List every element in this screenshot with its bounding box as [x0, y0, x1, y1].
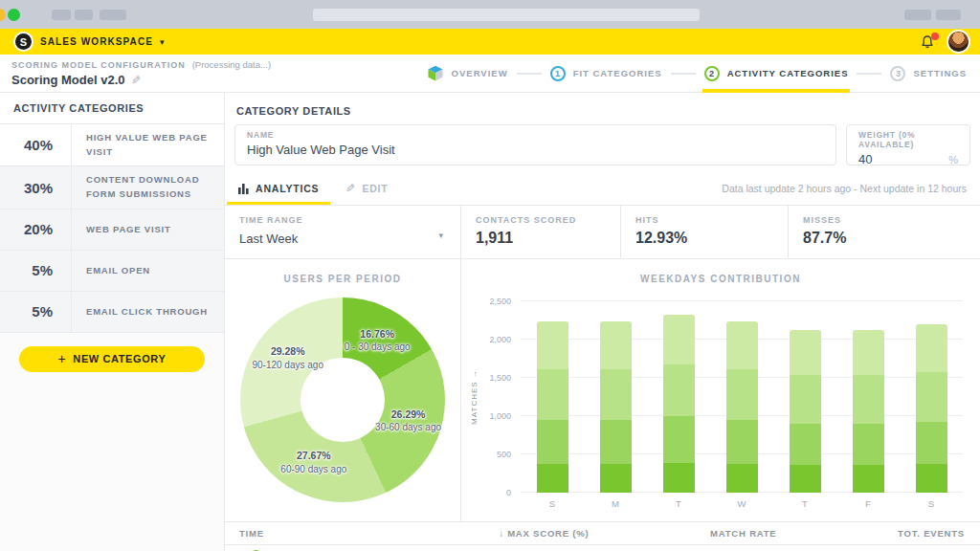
bar-segment: [790, 465, 821, 493]
bar-chart-icon: [238, 183, 249, 194]
weight-field-value[interactable]: 40: [858, 152, 872, 166]
bar-segment: [537, 420, 568, 464]
x-axis-label: S: [916, 498, 947, 509]
y-axis-tick: 2,500: [489, 297, 511, 306]
browser-button[interactable]: [936, 10, 961, 20]
processing-status: (Processing data...): [192, 59, 271, 70]
sidebar-item-content-download-form-submissions[interactable]: 30%CONTENT DOWNLOAD FORM SUBMISSIONS: [0, 166, 224, 209]
bar-chart-plot[interactable]: MATCHES → 05001,0001,5002,0002,500SMTWTF…: [521, 301, 963, 493]
workspace-name[interactable]: SALES WORKSPACE: [40, 36, 153, 47]
step-connector: [857, 73, 881, 75]
weight-field[interactable]: WEIGHT (0% AVAILABLE) 40 %: [846, 124, 970, 165]
bar-4-w[interactable]: [726, 321, 758, 493]
stat-value: 87.7%: [803, 230, 980, 247]
user-avatar[interactable]: [948, 32, 969, 52]
stat-hits: HITS 12.93%: [620, 206, 788, 258]
bar-segment: [853, 375, 884, 424]
browser-button[interactable]: [904, 10, 931, 20]
bar-5-t[interactable]: [790, 330, 821, 493]
browser-button[interactable]: [52, 10, 71, 20]
column-header-match-rate[interactable]: MATCH RATE: [660, 528, 827, 539]
sidebar-item-email-open[interactable]: 5%EMAIL OPEN: [0, 251, 224, 292]
workspace-logo-letter: S: [20, 36, 27, 48]
step-connector: [671, 73, 696, 75]
bar-2-m[interactable]: [600, 321, 632, 493]
sidebar-item-high-value-web-page-visit[interactable]: 40%HIGH VALUE WEB PAGE VISIT: [0, 124, 224, 166]
table-row[interactable]: [225, 545, 980, 551]
bar-segment: [663, 463, 695, 493]
browser-tab[interactable]: [100, 10, 126, 20]
weight-field-label: WEIGHT (0% AVAILABLE): [858, 130, 958, 149]
users-per-period-chart: USERS PER PERIOD 16.76%0 - 30 days ago26…: [225, 259, 460, 521]
y-axis-label: MATCHES →: [470, 369, 479, 425]
stat-label: CONTACTS SCORED: [476, 215, 620, 225]
bar-segment: [663, 315, 695, 364]
tab-analytics[interactable]: ANALYTICS: [225, 172, 332, 205]
bar-segment: [537, 464, 568, 493]
bar-segment: [726, 420, 758, 464]
category-label: WEB PAGE VISIT: [72, 209, 224, 250]
donut-slice-label: 29.28%90-120 days ago: [247, 344, 329, 371]
results-table-header: TIME↓ MAX SCORE (%)MATCH RATETOT. EVENTS: [225, 522, 980, 545]
tab-edit-label: EDIT: [362, 183, 388, 194]
bar-1-s[interactable]: [537, 321, 568, 493]
sidebar-item-web-page-visit[interactable]: 20%WEB PAGE VISIT: [0, 209, 224, 251]
step-number: 3: [890, 66, 905, 81]
column-header-tot-events[interactable]: TOT. EVENTS: [827, 528, 965, 539]
traffic-light-zoom[interactable]: [8, 9, 20, 21]
notifications-button[interactable]: [920, 34, 935, 50]
bar-chart-title: WEEKDAYS CONTRIBUTION: [461, 259, 980, 284]
bar-3-t[interactable]: [663, 315, 695, 493]
page-header: SCORING MODEL CONFIGURATION (Processing …: [0, 55, 980, 93]
bar-segment: [916, 324, 947, 372]
stat-contacts-scored: CONTACTS SCORED 1,911: [460, 206, 620, 258]
bar-segment: [726, 369, 758, 420]
y-axis-tick: 1,000: [489, 411, 511, 421]
tab-edit[interactable]: ✎ EDIT: [332, 172, 401, 205]
name-field[interactable]: NAME High Value Web Page Visit: [234, 124, 836, 165]
weight-suffix: %: [948, 154, 958, 165]
step-activity-categories[interactable]: 2ACTIVITY CATEGORIES: [704, 55, 849, 93]
step-fit-categories[interactable]: 1FIT CATEGORIES: [550, 55, 662, 93]
edit-title-icon[interactable]: ✎: [131, 74, 141, 87]
stat-value: 1,911: [476, 230, 620, 247]
time-range-select[interactable]: TIME RANGE Last Week ▾: [225, 206, 460, 258]
x-axis-label: M: [600, 498, 632, 509]
bar-segment: [537, 321, 568, 369]
workspace-caret-icon[interactable]: ▾: [160, 37, 165, 47]
address-bar[interactable]: [313, 9, 700, 21]
bar-segment: [916, 464, 947, 493]
bar-6-f[interactable]: [853, 330, 884, 493]
workspace-logo: S: [15, 33, 32, 50]
browser-button[interactable]: [75, 10, 93, 20]
step-label: SETTINGS: [913, 68, 967, 78]
new-category-button[interactable]: + NEW CATEGORY: [19, 346, 205, 372]
traffic-light-minimize[interactable]: [0, 9, 6, 21]
page-title: Scoring Model v2.0: [11, 73, 124, 87]
step-settings[interactable]: 3SETTINGS: [890, 55, 967, 93]
step-overview[interactable]: OVERVIEW: [427, 55, 508, 93]
step-label: ACTIVITY CATEGORIES: [727, 68, 849, 78]
bar-segment: [726, 321, 758, 369]
step-label: FIT CATEGORIES: [573, 68, 662, 78]
stat-value: 12.93%: [635, 230, 788, 247]
y-axis-tick: 2,000: [489, 335, 511, 344]
donut-slice-label: 26.29%30-60 days ago: [368, 408, 450, 434]
column-header-max-score-[interactable]: ↓ MAX SCORE (%): [428, 528, 660, 539]
workspace-bar: S SALES WORKSPACE ▾: [0, 29, 980, 55]
category-weight: 40%: [0, 124, 72, 165]
bar-segment: [853, 330, 884, 375]
category-weight: 20%: [0, 209, 72, 250]
bar-segment: [853, 465, 884, 493]
bar-segment: [600, 321, 632, 369]
pencil-icon: ✎: [345, 182, 355, 195]
sidebar-item-email-click-through[interactable]: 5%EMAIL CLICK THROUGH: [0, 292, 224, 333]
bar-segment: [537, 369, 568, 420]
column-header-time[interactable]: TIME: [239, 528, 428, 539]
bar-segment: [790, 375, 821, 424]
name-field-value[interactable]: High Value Web Page Visit: [247, 143, 824, 157]
bar-segment: [726, 464, 758, 493]
step-number: 1: [550, 66, 566, 81]
bar-7-s[interactable]: [916, 324, 947, 493]
y-axis-tick: 500: [497, 450, 511, 459]
